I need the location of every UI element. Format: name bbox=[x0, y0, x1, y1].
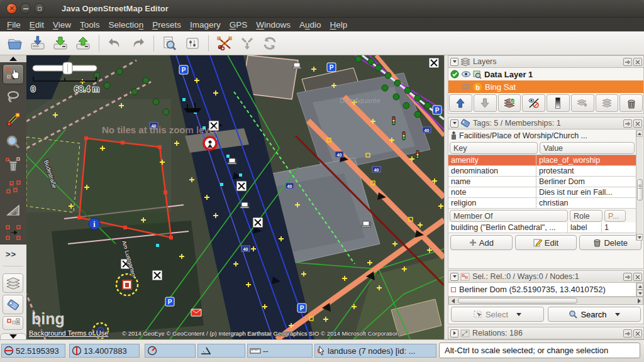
relations-pin-button[interactable] bbox=[623, 329, 632, 337]
menu-imagery[interactable]: Imagery bbox=[186, 19, 225, 31]
relations-expand-button[interactable] bbox=[450, 329, 458, 337]
toggle-layers-panel-button[interactable] bbox=[3, 273, 23, 293]
delete-tag-button[interactable]: Delete bbox=[579, 235, 641, 250]
preferences-button[interactable] bbox=[182, 33, 203, 53]
map-canvas: P P P P P 40 40 40 40 40 40 i bbox=[26, 55, 444, 339]
menu-selection[interactable]: Selection bbox=[104, 19, 148, 31]
mail-icon bbox=[191, 309, 201, 316]
layer-row-bing[interactable]: b Bing Sat bbox=[448, 80, 643, 93]
update-data-button[interactable] bbox=[259, 33, 280, 53]
tag-row[interactable]: nameBerliner Dom bbox=[448, 177, 636, 187]
selection-close-button[interactable] bbox=[633, 273, 642, 281]
delete-tool[interactable] bbox=[3, 155, 24, 175]
menu-gps[interactable]: GPS bbox=[225, 19, 252, 31]
position-column-header[interactable]: P... bbox=[604, 210, 626, 222]
value-column-header[interactable]: Value bbox=[540, 142, 635, 154]
layer-duplicate-button[interactable] bbox=[596, 94, 619, 112]
membership-row[interactable]: building ("Berlin Cathedral", ... label … bbox=[448, 222, 636, 233]
extrude-tool[interactable] bbox=[3, 200, 24, 220]
improve-accuracy-tool[interactable] bbox=[3, 177, 24, 197]
key-column-header[interactable]: Key bbox=[450, 142, 538, 154]
tag-row[interactable]: denominationprotestant bbox=[448, 166, 636, 177]
ruler-icon bbox=[250, 347, 261, 354]
scroll-up-arrow[interactable] bbox=[636, 130, 643, 137]
toggle-selection-panel-button[interactable] bbox=[3, 316, 23, 330]
toolbar-collapse-up[interactable] bbox=[0, 55, 26, 62]
window-maximize-button[interactable] bbox=[34, 3, 45, 14]
tags-pin-button[interactable] bbox=[623, 119, 632, 128]
bing-logo: bing bbox=[31, 310, 65, 327]
selection-vertical-scrollbar[interactable] bbox=[636, 283, 643, 297]
layer-activate-button[interactable] bbox=[498, 94, 521, 112]
parking-icon: P bbox=[297, 304, 306, 312]
relations-panel: Relations: 186 bbox=[448, 327, 644, 339]
tag-row[interactable]: religionchristian bbox=[448, 198, 636, 209]
open-button[interactable] bbox=[4, 33, 26, 53]
role-column-header[interactable]: Role bbox=[570, 210, 602, 222]
menu-audio[interactable]: Audio bbox=[295, 19, 326, 31]
layer-visibility-button[interactable] bbox=[522, 94, 545, 112]
window-minimize-button[interactable] bbox=[20, 3, 31, 14]
layer-delete-button[interactable] bbox=[619, 94, 643, 112]
search-selection-button[interactable]: Search bbox=[548, 307, 641, 322]
terms-of-use-link[interactable]: Background Terms of Use bbox=[29, 329, 108, 337]
map-view[interactable]: P P P P P 40 40 40 40 40 40 i bbox=[26, 55, 444, 339]
layers-close-button[interactable] bbox=[633, 58, 642, 66]
scroll-left-arrow[interactable] bbox=[449, 297, 457, 304]
menu-help[interactable]: Help bbox=[326, 19, 352, 31]
tag-row[interactable]: amenityplace_of_worship bbox=[448, 155, 636, 166]
layer-move-up-button[interactable] bbox=[449, 94, 472, 112]
undo-button[interactable] bbox=[104, 33, 126, 53]
lasso-tool[interactable] bbox=[3, 87, 24, 107]
edit-tag-button[interactable]: Edit bbox=[515, 235, 577, 250]
select-button[interactable]: Select bbox=[451, 307, 544, 322]
tags-collapse-button[interactable] bbox=[450, 119, 458, 128]
split-way-button[interactable] bbox=[214, 33, 235, 53]
latitude-icon bbox=[4, 346, 14, 356]
heading-readout bbox=[145, 344, 196, 358]
layer-merge-button[interactable] bbox=[571, 94, 594, 112]
download-object-button[interactable] bbox=[50, 33, 71, 53]
search-button[interactable] bbox=[159, 33, 180, 53]
more-tools-button[interactable]: >> bbox=[6, 250, 16, 259]
scroll-down-arrow[interactable] bbox=[636, 234, 643, 241]
selected-object-item[interactable]: Berliner Dom (52.5190735, 13.4010752) bbox=[448, 283, 636, 297]
layer-row-data-layer[interactable]: Data Layer 1 bbox=[448, 68, 643, 80]
selection-collapse-button[interactable] bbox=[450, 273, 458, 281]
redo-button[interactable] bbox=[127, 33, 148, 53]
combine-way-button[interactable] bbox=[236, 33, 258, 53]
menu-presets[interactable]: Presets bbox=[148, 19, 186, 31]
menu-tools[interactable]: Tools bbox=[75, 19, 104, 31]
layers-pin-button[interactable] bbox=[623, 58, 632, 66]
preset-link[interactable]: Facilities/Place of Worship/Church ... bbox=[448, 129, 635, 141]
merge-nodes-tool[interactable] bbox=[3, 222, 24, 243]
relations-close-button[interactable] bbox=[633, 329, 642, 337]
select-tool[interactable] bbox=[3, 64, 24, 84]
window-close-button[interactable]: ✕ bbox=[6, 3, 17, 14]
zoom-tool[interactable] bbox=[3, 132, 24, 152]
download-data-button[interactable] bbox=[27, 33, 48, 53]
menu-file[interactable]: File bbox=[3, 19, 25, 31]
layers-collapse-button[interactable] bbox=[450, 58, 458, 66]
member-of-column-header[interactable]: Member Of bbox=[450, 210, 568, 222]
selection-horizontal-scrollbar[interactable] bbox=[448, 297, 643, 305]
tag-row[interactable]: noteDies ist nur ein Fall... bbox=[448, 187, 636, 198]
upload-button[interactable] bbox=[72, 33, 94, 53]
toggle-tags-panel-button[interactable] bbox=[3, 295, 23, 314]
trash-icon bbox=[593, 238, 601, 247]
menu-windows[interactable]: Windows bbox=[252, 19, 295, 31]
selection-pin-button[interactable] bbox=[623, 273, 632, 281]
tags-vertical-scrollbar[interactable] bbox=[636, 130, 643, 241]
layer-move-down-button[interactable] bbox=[474, 94, 497, 112]
scroll-thumb[interactable] bbox=[637, 179, 643, 200]
visibility-eye-dim-icon[interactable] bbox=[461, 83, 471, 90]
layer-opacity-button[interactable] bbox=[547, 94, 570, 112]
visibility-eye-icon[interactable] bbox=[461, 70, 471, 78]
scroll-right-arrow[interactable] bbox=[635, 297, 643, 304]
menu-edit[interactable]: Edit bbox=[25, 19, 48, 31]
scroll-thumb[interactable] bbox=[458, 298, 577, 304]
tags-close-button[interactable] bbox=[633, 119, 642, 128]
add-tag-button[interactable]: Add bbox=[450, 235, 513, 250]
draw-node-tool[interactable] bbox=[3, 109, 24, 129]
menu-view[interactable]: View bbox=[48, 19, 75, 31]
